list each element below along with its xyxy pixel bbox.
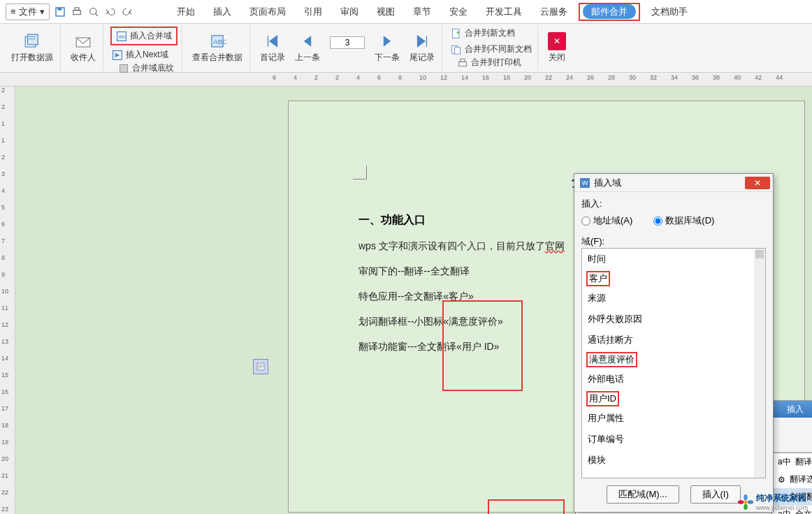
insert-merge-field-label: 插入合并域 [130, 30, 172, 42]
merge-diff-doc-button[interactable]: 合并到不同新文档 [449, 43, 533, 56]
ribbon-group-merge: 合并到新文档 合并到不同新文档 合并到打印机 合并到电子邮件 [445, 25, 538, 71]
merge-new-doc-label: 合并到新文档 [465, 27, 515, 39]
radio-database-field[interactable]: 数据库域(D) [653, 214, 714, 227]
highlight-box-fields [442, 300, 523, 391]
insert-next-field-button[interactable]: 插入Next域 [110, 48, 177, 61]
tab-page-layout[interactable]: 页面布局 [242, 3, 293, 21]
field-item[interactable]: 通话挂断方 [582, 330, 765, 351]
tab-insert[interactable]: 插入 [206, 3, 238, 21]
field-item[interactable]: 订单编号 [582, 429, 765, 450]
hamburger-icon: ≡ [10, 6, 16, 17]
first-record-label: 首记录 [260, 52, 285, 64]
close-icon: ✕ [548, 32, 566, 50]
dd-translate-options[interactable]: ⚙翻译选项(O) [772, 471, 812, 488]
prev-record-button[interactable]: 上一条 [292, 31, 323, 65]
tab-reference[interactable]: 引用 [297, 3, 329, 21]
field-item[interactable]: 外呼失败原因 [582, 309, 765, 330]
translate-small-icon: a中 [778, 456, 791, 468]
radio-address-input[interactable] [581, 216, 590, 226]
tab-mailmerge[interactable]: 邮件合并 [583, 4, 636, 19]
redo-icon[interactable] [121, 6, 133, 18]
view-merged-button[interactable]: ABC 查看合并数据 [189, 31, 245, 65]
last-record-button[interactable]: 尾记录 [407, 31, 437, 65]
tab-devtools[interactable]: 开发工具 [479, 3, 529, 21]
dialog-close-button[interactable]: ✕ [745, 177, 770, 189]
vertical-ruler[interactable]: 2211234567891011121314151617181920212223 [0, 87, 15, 514]
last-record-label: 尾记录 [409, 52, 435, 64]
preview-icon[interactable] [87, 6, 100, 18]
insert-button[interactable]: 插入(I) [690, 485, 741, 504]
prev-record-label: 上一条 [295, 52, 320, 64]
insert-type-label: 插入: [581, 198, 766, 210]
svg-rect-7 [28, 34, 38, 45]
chevron-down-icon: ▾ [40, 6, 45, 17]
undo-icon[interactable] [104, 6, 117, 18]
open-data-source-label: 打开数据源 [11, 52, 53, 64]
file-menu[interactable]: ≡ 文件 ▾ [6, 3, 50, 20]
tab-security[interactable]: 安全 [442, 3, 474, 21]
view-merged-label: 查看合并数据 [192, 52, 242, 64]
tab-doc-assistant[interactable]: 文档助手 [644, 3, 695, 21]
radio-database-input[interactable] [653, 216, 662, 226]
svg-rect-1 [57, 8, 61, 10]
insert-merge-field-button[interactable]: ab 插入合并域 [110, 27, 177, 45]
svg-rect-23 [458, 61, 466, 66]
svg-point-34 [748, 500, 753, 504]
save-icon[interactable] [54, 6, 66, 18]
ribbon-toolbar: 打开数据源 收件人 ab 插入合并域 插入Next域 合并域底纹 [0, 24, 812, 73]
field-item[interactable]: 客户 [586, 271, 610, 286]
dialog-body: 插入: 地址域(A) 数据库域(D) 域(F): 时间客户来源外呼失败原因通话挂… [574, 192, 773, 509]
dialog-title-text: 插入域 [594, 177, 621, 189]
field-item[interactable]: 模块 [582, 450, 765, 471]
record-number-input[interactable] [330, 36, 365, 49]
print-icon[interactable] [71, 6, 83, 18]
recipients-button[interactable]: 收件人 [68, 31, 99, 65]
ribbon-group-recipients: 收件人 [64, 25, 103, 71]
merge-new-doc-button[interactable]: 合并到新文档 [449, 27, 533, 40]
svg-rect-14 [119, 64, 127, 72]
flower-logo-icon [738, 494, 753, 510]
highlight-box-fulltranslate [488, 499, 565, 514]
horizontal-ruler[interactable]: 6422468101214161820222426283032343638404… [0, 73, 812, 87]
tab-view[interactable]: 视图 [370, 3, 402, 21]
match-fields-button[interactable]: 匹配域(M)... [607, 485, 679, 504]
wps-badge-icon: W [580, 178, 590, 188]
field-item[interactable]: 用户属性 [582, 408, 765, 429]
watermark-name: 纯净系统家园 [756, 493, 806, 503]
watermark-logo: 纯净系统家园 www.yidaimei.com [738, 492, 808, 511]
field-list-scrollbar[interactable] [754, 249, 765, 478]
tab-cloud[interactable]: 云服务 [533, 3, 574, 21]
radio-address-field[interactable]: 地址域(A) [581, 214, 632, 227]
field-item[interactable]: 用户ID [586, 391, 619, 406]
tab-start[interactable]: 开始 [170, 3, 202, 21]
paragraph-options-icon[interactable] [253, 359, 268, 374]
svg-rect-2 [73, 10, 80, 14]
margin-corner-icon [353, 166, 367, 179]
dialog-titlebar[interactable]: W 插入域 ✕ [574, 174, 773, 192]
nested-tab-insert[interactable]: 插入 [783, 402, 808, 417]
next-record-label: 下一条 [375, 52, 400, 64]
field-list[interactable]: 时间客户来源外呼失败原因通话挂断方满意度评价外部电话用户ID用户属性订单编号模块 [581, 248, 766, 478]
svg-rect-24 [461, 59, 465, 61]
svg-rect-22 [455, 47, 461, 54]
tab-review[interactable]: 审阅 [333, 3, 365, 21]
dd-translate[interactable]: a中翻译(T) [772, 453, 812, 471]
field-item[interactable]: 满意度评价 [586, 352, 637, 367]
next-record-button[interactable]: 下一条 [372, 31, 403, 65]
tab-sections[interactable]: 章节 [406, 3, 438, 21]
field-item[interactable]: 外部电话 [582, 369, 765, 390]
insert-next-field-label: 插入Next域 [126, 49, 168, 61]
first-record-button[interactable]: 首记录 [257, 31, 288, 65]
ribbon-group-nav: 首记录 上一条 下一条 尾记录 [253, 25, 442, 71]
close-mailmerge-button[interactable]: ✕ 关闭 [545, 31, 569, 65]
field-item[interactable]: 时间 [582, 249, 765, 270]
svg-point-32 [744, 504, 748, 509]
merge-printer-label: 合并到打印机 [471, 57, 521, 68]
svg-line-5 [95, 13, 98, 16]
open-data-source-button[interactable]: 打开数据源 [8, 31, 56, 65]
field-item[interactable]: 来源 [582, 288, 765, 309]
scroll-thumb[interactable] [755, 250, 764, 258]
insert-type-radios: 地址域(A) 数据库域(D) [581, 214, 766, 227]
close-label: 关闭 [549, 52, 565, 64]
merge-printer-button[interactable]: 合并到打印机 [456, 56, 531, 69]
